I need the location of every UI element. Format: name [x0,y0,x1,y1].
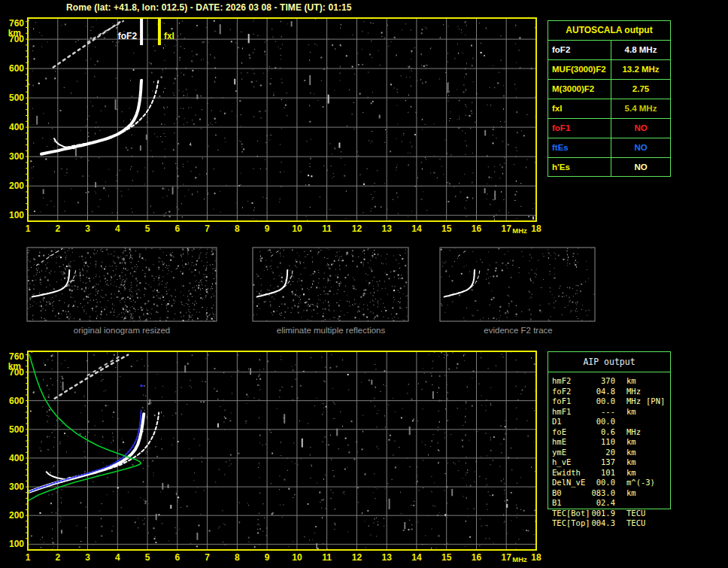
svg-text:14: 14 [411,223,422,234]
aip-row-ewidth: Ewidth101km [548,468,670,478]
aip-row-hve: h_vE137km [548,457,670,468]
multi-reflection-streak-b [271,248,282,256]
svg-text:400: 400 [9,453,24,463]
svg-text:3: 3 [85,223,90,234]
thumbnail-caption-evidence: evidence F2 trace [484,326,552,335]
aip-row-tecbot: TEC[Bot]001.9TECU [548,509,670,519]
autoscala-row-label: foF2 [548,41,611,59]
autoscala-row-value: 2.75 [611,80,670,99]
autoscala-output-table: AUTOSCALA output foF24.8 MHzMUF(3000)F21… [548,20,671,177]
aip-row-value: 20 [582,448,615,458]
top-ionogram-content [28,18,537,223]
x-axis-unit-label: MHz [512,555,527,563]
svg-text:16: 16 [472,223,482,234]
aip-row-value: 001.9 [582,509,615,519]
aip-row-yme: ymE20km [548,448,670,458]
noise-speckle [441,248,596,322]
svg-text:14: 14 [411,552,422,563]
aip-row-label: foE [552,427,566,438]
svg-text:7: 7 [205,552,210,563]
aip-row-value: 0.6 [582,427,615,438]
svg-text:2: 2 [55,223,60,234]
aip-row-hmf1: hmF1---km [548,407,670,418]
noise-speckle [253,248,409,322]
top-ionogram-grid [28,18,536,221]
svg-text:15: 15 [441,552,452,563]
aip-table-header: AIP output [548,352,670,372]
svg-text:15: 15 [441,223,452,234]
aip-row-label: hmF2 [552,376,571,387]
svg-text:17: 17 [502,552,512,563]
svg-text:7: 7 [205,223,210,234]
aip-row-label: foF1 [552,396,571,407]
f2-trace-ordinary-2 [29,414,144,491]
autoscala-row-value: NO [611,138,670,157]
svg-text:6: 6 [174,223,180,234]
autoscala-row-value: 13.2 MHz [611,60,670,79]
aip-row-value: 110 [582,437,615,448]
aip-row-unit: km [626,448,636,458]
autoscala-row-label: ftEs [548,138,611,157]
svg-text:18: 18 [531,552,541,563]
svg-text:300: 300 [9,481,24,492]
autoscala-row-fof1: foF1NO [548,119,670,138]
top-ionogram-tick-labels: 123456789101112131415161718MHz7006005004… [8,18,541,235]
aip-row-fof2: foF204.8MHz [548,387,670,397]
svg-text:400: 400 [9,122,24,132]
y-axis-unit-label: km [8,361,21,372]
autoscala-row-label: h'Es [548,158,611,177]
aip-row-label: DelN_vE [552,478,585,488]
aip-row-value: 04.8 [582,387,615,397]
aip-row-unit: MHz [626,396,641,407]
aip-row-unit: TECU [626,509,645,519]
thumbnail-caption-original: original ionogram resized [74,326,170,335]
aip-row-value: 00.0 [582,478,615,488]
multi-reflection-streak-a [37,249,62,266]
aip-row-unit: m^(-3) [626,478,655,488]
svg-text:500: 500 [9,424,24,435]
aip-row-value: 00.0 [582,417,615,427]
svg-text:11: 11 [322,223,332,234]
autoscala-table-rows: foF24.8 MHzMUF(3000)F213.2 MHzM(3000)F22… [548,41,670,177]
bottom-ionogram: 123456789101112131415161718MHz7006005004… [8,351,541,563]
aip-row-unit: km [626,437,636,448]
aip-row-unit: km [626,376,636,387]
aip-row-value: 02.4 [582,498,615,509]
svg-text:12: 12 [352,223,362,234]
svg-text:10: 10 [292,223,302,234]
aip-table-rows: hmF2370kmfoF204.8MHzfoF100.0MHz[PN]hmF1-… [548,372,670,529]
svg-text:600: 600 [9,63,24,74]
svg-text:300: 300 [9,151,24,162]
aip-row-label: h_vE [552,457,571,468]
thumbnail-0 [27,248,217,323]
aip-row-unit: MHz [626,427,641,438]
thumbnail-2 [440,248,596,322]
aip-row-label: ymE [552,448,566,458]
aip-row-label: Ewidth [552,468,581,478]
multi-reflection-streak-a2 [55,355,128,399]
autoscala-row-fxi: fxI5.4 MHz [548,99,670,119]
autoscala-row-label: fxI [548,99,611,118]
autoscala-row-fof2: foF24.8 MHz [548,41,670,60]
aip-row-label: B1 [552,498,562,509]
autoscala-row-ftes: ftEsNO [548,138,670,158]
aip-row-unit: km [626,488,636,499]
svg-text:17: 17 [502,223,512,234]
y-axis-unit-label: km [8,28,21,38]
svg-text:9: 9 [265,223,270,234]
svg-text:6: 6 [174,552,180,563]
svg-text:100: 100 [9,210,24,220]
svg-text:500: 500 [9,93,24,103]
svg-text:760: 760 [9,351,24,362]
autoscala-row-label: M(3000)F2 [548,80,611,99]
aip-row-unit: TECU [626,518,645,529]
multi-reflection-streak-b [458,248,469,256]
svg-text:13: 13 [382,552,393,563]
aip-row-tectop: TEC[Top]004.3TECU [548,518,670,529]
fxi-marker-label: fxI [164,31,174,41]
aip-row-b0: B0083.0km [548,488,670,499]
aip-row-note: [PN] [646,396,665,407]
autoscala-row-m3000f2: M(3000)F22.75 [548,80,670,99]
svg-text:18: 18 [531,223,541,234]
aip-row-hmf2: hmF2370km [548,376,670,387]
